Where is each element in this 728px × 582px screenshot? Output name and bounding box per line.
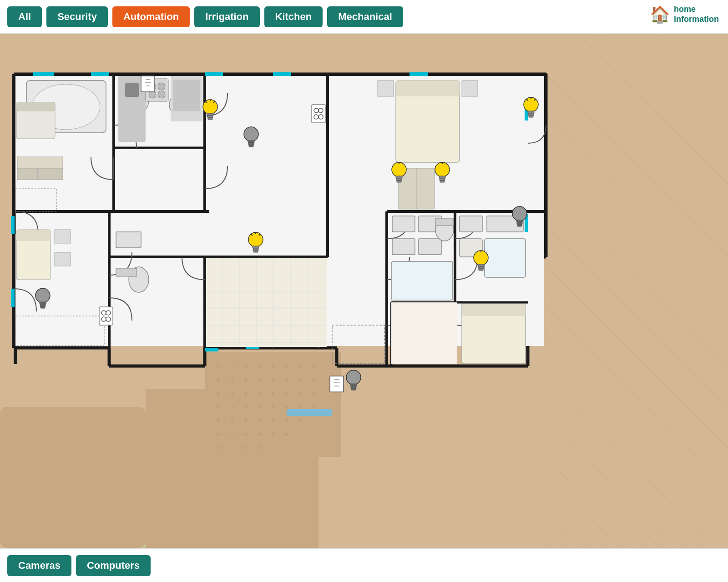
- svg-rect-249: [396, 176, 402, 178]
- svg-point-24: [244, 392, 247, 395]
- svg-rect-239: [248, 143, 254, 145]
- bulb-4[interactable]: [389, 161, 409, 185]
- svg-rect-232: [207, 115, 213, 118]
- svg-rect-271: [40, 304, 46, 306]
- home-info-line2: information: [674, 15, 719, 25]
- nav-button-kitchen[interactable]: Kitchen: [264, 6, 323, 27]
- svg-rect-154: [205, 348, 218, 351]
- nav-button-all[interactable]: All: [7, 6, 42, 27]
- bulb-7[interactable]: [246, 231, 266, 255]
- nav-button-automation[interactable]: Automation: [112, 6, 190, 27]
- svg-rect-176: [392, 239, 415, 255]
- svg-point-11: [285, 365, 288, 367]
- svg-point-14: [217, 378, 220, 381]
- bulb-8[interactable]: [33, 286, 53, 311]
- svg-point-40: [244, 419, 247, 422]
- svg-point-49: [258, 433, 261, 436]
- svg-rect-260: [517, 222, 522, 225]
- svg-point-241: [524, 97, 538, 112]
- svg-point-30: [217, 406, 220, 408]
- svg-rect-231: [207, 113, 213, 115]
- svg-rect-242: [528, 111, 534, 113]
- bulb-2[interactable]: [241, 125, 261, 150]
- svg-rect-173: [55, 252, 71, 266]
- svg-rect-226: [330, 376, 344, 392]
- footer-button-cameras[interactable]: Cameras: [7, 555, 71, 576]
- floorplan-container: [0, 34, 728, 548]
- svg-point-55: [258, 447, 261, 449]
- svg-point-22: [217, 392, 220, 395]
- svg-point-253: [435, 162, 450, 177]
- nav-button-irrigation[interactable]: Irrigation: [194, 6, 259, 27]
- svg-rect-217: [99, 307, 113, 325]
- svg-rect-146: [91, 72, 109, 76]
- svg-point-35: [285, 406, 288, 408]
- svg-point-262: [248, 232, 263, 247]
- nav-button-security[interactable]: Security: [46, 6, 108, 27]
- home-info-text: home information: [674, 5, 719, 24]
- svg-rect-174: [392, 216, 415, 232]
- svg-point-269: [35, 288, 50, 303]
- svg-rect-164: [173, 80, 200, 111]
- svg-point-9: [258, 365, 261, 367]
- footer-button-computers[interactable]: Computers: [76, 555, 151, 576]
- header: All Security Automation Irrigation Kitch…: [0, 0, 728, 34]
- svg-point-44: [299, 419, 302, 422]
- svg-rect-145: [33, 72, 54, 76]
- svg-point-54: [244, 447, 247, 449]
- svg-point-34: [272, 406, 274, 408]
- bulb-1[interactable]: [200, 98, 220, 122]
- svg-point-52: [217, 447, 220, 449]
- svg-rect-106: [287, 409, 332, 416]
- svg-rect-274: [350, 384, 357, 386]
- footer: Cameras Computers: [0, 548, 728, 582]
- svg-point-43: [285, 419, 288, 422]
- svg-rect-211: [116, 268, 136, 276]
- svg-rect-195: [391, 302, 457, 364]
- svg-rect-261: [517, 225, 522, 226]
- svg-point-17: [258, 378, 261, 381]
- svg-point-27: [285, 392, 288, 395]
- svg-rect-187: [378, 80, 394, 96]
- svg-point-20: [299, 378, 302, 381]
- svg-rect-238: [248, 140, 254, 143]
- svg-point-32: [244, 406, 247, 408]
- svg-rect-56: [546, 34, 728, 548]
- svg-rect-188: [462, 80, 478, 96]
- bulb-9[interactable]: [344, 368, 364, 393]
- svg-point-230: [203, 100, 217, 114]
- svg-point-13: [313, 365, 315, 367]
- svg-rect-243: [528, 113, 534, 115]
- svg-rect-264: [253, 248, 258, 251]
- svg-point-53: [231, 447, 233, 449]
- house-icon: 🏠: [650, 5, 670, 24]
- svg-rect-270: [40, 302, 46, 304]
- svg-rect-222: [141, 76, 155, 92]
- nav-button-mechanical[interactable]: Mechanical: [327, 6, 403, 27]
- svg-rect-5: [205, 352, 341, 457]
- svg-rect-240: [249, 145, 253, 147]
- svg-rect-3: [0, 407, 146, 548]
- svg-point-25: [258, 392, 261, 395]
- svg-rect-279: [478, 266, 484, 269]
- svg-rect-212: [312, 105, 325, 123]
- bulb-10[interactable]: [471, 249, 491, 273]
- svg-rect-254: [439, 176, 445, 178]
- bulb-5[interactable]: [432, 161, 452, 185]
- svg-rect-192: [462, 302, 526, 316]
- svg-rect-278: [478, 264, 484, 266]
- home-info-line1: home: [674, 5, 719, 15]
- svg-point-36: [299, 406, 302, 408]
- bulb-6[interactable]: [510, 205, 530, 229]
- svg-point-31: [231, 406, 233, 408]
- svg-rect-148: [273, 72, 291, 76]
- svg-point-46: [217, 433, 220, 436]
- svg-point-37: [313, 406, 315, 408]
- svg-rect-256: [440, 181, 445, 182]
- svg-rect-244: [529, 115, 533, 117]
- bulb-3[interactable]: [521, 95, 541, 120]
- svg-rect-171: [16, 230, 51, 241]
- svg-point-39: [231, 419, 233, 422]
- svg-rect-151: [11, 289, 15, 307]
- svg-rect-181: [460, 216, 482, 232]
